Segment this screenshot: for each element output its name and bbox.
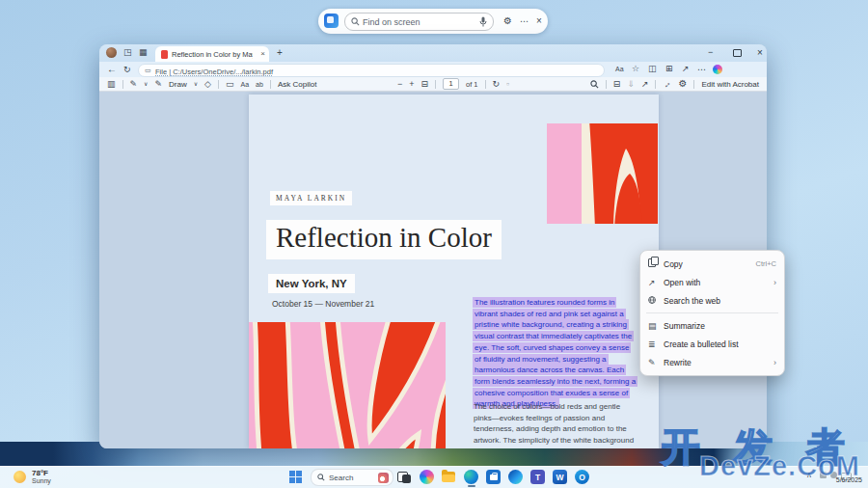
share-icon[interactable]: ↗	[682, 65, 690, 73]
sun-icon	[14, 471, 26, 483]
fit-to-width-icon[interactable]: ⊟	[420, 80, 428, 89]
read-aloud-icon[interactable]: Aa	[615, 66, 624, 72]
pdf-file-icon	[161, 50, 168, 59]
read-aloud-pdf-icon[interactable]: Aa	[241, 81, 250, 88]
text-box-icon[interactable]: ▭	[226, 80, 234, 89]
translate-icon[interactable]: ab	[256, 81, 263, 88]
m365-copilot-icon[interactable]	[508, 470, 523, 484]
draw-label[interactable]: Draw	[169, 80, 187, 89]
profile-avatar[interactable]	[106, 47, 117, 58]
favorites-star-icon[interactable]: ☆	[632, 65, 639, 73]
browser-window: ◳ ▦ Reflection in Color by Maya Lar... ×…	[99, 44, 767, 448]
find-on-screen-input[interactable]: Find on screen	[344, 13, 494, 31]
open-with-icon: ↗	[648, 278, 664, 287]
workspaces-icon[interactable]: ◳	[123, 48, 132, 57]
menu-item-create-bulleted-list[interactable]: ≣ Create a bulleted list	[640, 335, 784, 353]
taskbar-copilot-icon[interactable]	[420, 470, 434, 484]
page-number-input[interactable]: 1	[443, 78, 459, 90]
task-view-icon-front[interactable]	[402, 474, 411, 483]
menu-item-rewrite[interactable]: ✎ Rewrite ›	[640, 353, 784, 371]
edge-icon[interactable]	[464, 470, 478, 484]
highlighter-icon[interactable]: ✎	[130, 80, 138, 89]
ask-copilot-button[interactable]: Ask Copilot	[278, 80, 316, 89]
bulleted-list-icon: ≣	[648, 339, 664, 349]
doc-location: New York, NY	[268, 274, 355, 293]
new-tab-icon[interactable]: +	[277, 48, 283, 58]
menu-item-copy[interactable]: Copy Ctrl+C	[640, 255, 784, 273]
menu-shortcut: Ctrl+C	[756, 259, 776, 268]
microsoft-store-icon[interactable]	[486, 470, 501, 484]
address-bar-row: ← ↻ ▭ File | C:/Users/OneDrive/.../larki…	[99, 62, 767, 77]
taskbar-search-label: Search	[329, 474, 353, 482]
submenu-chevron-icon: ›	[773, 358, 776, 367]
click-to-do-icon	[324, 14, 339, 28]
tab-close-icon[interactable]: ×	[260, 49, 265, 58]
collections-icon[interactable]: ⊞	[665, 65, 673, 73]
save-as-icon[interactable]: ↗	[641, 80, 649, 89]
pdf-settings-gear-icon[interactable]: ⚙	[678, 79, 687, 89]
page-count-label: of 1	[466, 80, 478, 89]
print-icon[interactable]: ⊟	[613, 80, 621, 89]
overlay-close-icon[interactable]: ×	[536, 16, 542, 26]
menu-item-open-with[interactable]: ↗ Open with ›	[640, 273, 784, 291]
doc-paragraph-selected[interactable]: The illustration features rounded forms …	[473, 297, 637, 410]
menu-divider	[646, 312, 778, 313]
draw-pen-icon[interactable]: ✎	[154, 80, 162, 89]
word-icon[interactable]: W	[553, 470, 567, 484]
window-maximize-icon[interactable]	[733, 49, 742, 59]
rotate-icon[interactable]: ↻	[493, 80, 501, 89]
search-icon	[317, 474, 325, 481]
eraser-icon[interactable]: ◇	[204, 80, 211, 89]
selected-text[interactable]: The illustration features rounded forms …	[473, 297, 637, 409]
menu-item-search-the-web[interactable]: Search the web	[640, 291, 784, 310]
desktop: Find on screen ⚙ ⋯ × ◳ ▦ Reflection in C…	[0, 0, 868, 488]
draw-chevron-icon[interactable]: ∨	[194, 81, 198, 87]
taskbar-search-box[interactable]: Search	[311, 469, 393, 486]
window-minimize-icon[interactable]: −	[708, 48, 713, 57]
split-screen-icon[interactable]: ◫	[648, 65, 657, 73]
page-doc-icon: ▭	[145, 67, 151, 74]
microphone-icon[interactable]	[479, 16, 487, 27]
zoom-in-icon[interactable]: +	[409, 80, 414, 89]
address-bar[interactable]: ▭ File | C:/Users/OneDrive/.../larkin.pd…	[138, 64, 605, 77]
file-explorer-icon[interactable]	[442, 470, 456, 484]
weather-temp: 78°F	[32, 469, 48, 477]
tab-reflection-in-color[interactable]: Reflection in Color by Maya Lar... ×	[155, 46, 269, 62]
search-web-icon	[648, 296, 664, 305]
menu-label: Search the web	[664, 296, 776, 306]
zoom-out-icon[interactable]: −	[397, 80, 402, 89]
overlay-settings-gear-icon[interactable]: ⚙	[503, 16, 512, 26]
rewrite-icon: ✎	[648, 358, 664, 367]
start-button[interactable]	[289, 471, 295, 476]
doc-author: MAYA LARKIN	[270, 191, 352, 205]
overlay-more-icon[interactable]: ⋯	[520, 17, 529, 26]
artwork-left	[249, 322, 446, 448]
menu-item-summarize[interactable]: ▤ Summarize	[640, 316, 784, 335]
page-view-icon[interactable]: ▫	[506, 80, 509, 89]
artwork-top-right	[547, 123, 658, 224]
refresh-icon[interactable]: ↻	[123, 66, 131, 74]
tab-actions-icon[interactable]: ▦	[139, 48, 148, 57]
menu-label: Copy	[664, 259, 756, 269]
pdf-search-icon[interactable]	[590, 80, 599, 89]
fullscreen-icon[interactable]: ↔	[662, 78, 674, 91]
toolbar-more-icon[interactable]: ⋯	[697, 66, 706, 74]
search-icon	[351, 17, 360, 26]
tab-title: Reflection in Color by Maya Lar...	[172, 50, 253, 59]
edit-with-acrobat-button[interactable]: Edit with Acrobat	[701, 80, 759, 89]
pdf-toolbar-right: ⊟ ⇓ ↗ ↔ ⚙ Edit with Acrobat	[590, 79, 759, 89]
address-url: File | C:/Users/OneDrive/.../larkin.pdf	[155, 68, 273, 76]
save-icon[interactable]: ⇓	[627, 80, 635, 89]
highlighter-chevron-icon[interactable]: ∨	[144, 81, 148, 87]
summarize-icon: ▤	[648, 321, 664, 331]
pdf-sidebar-icon[interactable]: ▥	[107, 80, 116, 89]
context-menu: Copy Ctrl+C ↗ Open with › Search the web…	[639, 250, 785, 376]
copilot-icon[interactable]	[713, 65, 722, 74]
window-close-icon[interactable]: ×	[757, 48, 763, 58]
back-icon[interactable]: ←	[107, 65, 117, 74]
menu-label: Summarize	[664, 321, 776, 331]
teams-icon[interactable]: T	[530, 470, 545, 484]
outlook-icon[interactable]: O	[575, 470, 589, 484]
doc-paragraph: The choice of colors—bold reds and gentl…	[474, 401, 638, 448]
edge-active-indicator	[468, 485, 475, 487]
